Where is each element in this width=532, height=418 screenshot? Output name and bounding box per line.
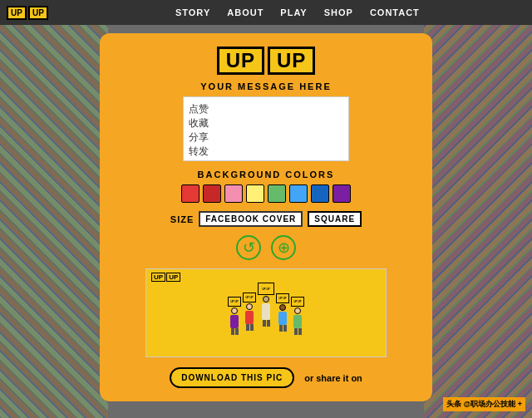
- crowd-figure-5: UP UP: [291, 297, 304, 335]
- fig-leg-3a: [263, 320, 266, 327]
- fig-leg-3b: [267, 320, 270, 327]
- swatch-red[interactable]: [181, 184, 200, 203]
- fig-head-3: [263, 296, 269, 302]
- swatch-purple[interactable]: [332, 184, 351, 203]
- crowd-figure-1: UP UP: [228, 297, 241, 335]
- nav-play[interactable]: PLAY: [280, 7, 307, 17]
- fig-sign-4: UP UP: [276, 293, 289, 303]
- crowd-figure-4: UP UP: [276, 293, 289, 332]
- swatch-light-blue[interactable]: [289, 184, 308, 203]
- crowd-left: [0, 25, 108, 418]
- nav-story[interactable]: STORY: [175, 7, 210, 17]
- download-button[interactable]: DOWNLOAD THIS PIC: [170, 367, 294, 388]
- fig-legs-2: [246, 324, 254, 331]
- fig-leg-2b: [250, 324, 254, 331]
- size-label: SIZE: [170, 214, 194, 224]
- nav-logo-part2: UP: [28, 6, 48, 20]
- preview-box: UP UP UP UP UP UP: [145, 268, 387, 357]
- fig-legs-1: [231, 328, 239, 335]
- swatch-yellow[interactable]: [246, 184, 264, 203]
- fig-body-3: [262, 303, 270, 320]
- bottom-actions: DOWNLOAD THIS PIC or share it on: [170, 367, 362, 388]
- fig-head-5: [294, 307, 301, 314]
- fig-leg-1a: [231, 328, 234, 335]
- nav-links: STORY ABOUT PLAY SHOP CONTACT: [63, 7, 532, 17]
- refresh-icon[interactable]: ↺: [236, 235, 261, 260]
- size-square[interactable]: SQUARE: [308, 211, 362, 227]
- fig-body-1: [230, 315, 239, 328]
- fig-legs-4: [279, 325, 287, 332]
- nav-about[interactable]: ABOUT: [227, 7, 264, 17]
- swatch-green[interactable]: [268, 184, 286, 203]
- preview-crowd: UP UP UP UP: [228, 291, 304, 335]
- fig-leg-4b: [283, 325, 287, 332]
- crowd-figure-3: UP UP: [258, 283, 274, 327]
- nav-logo[interactable]: UP UP: [7, 6, 50, 20]
- fig-body-2: [245, 311, 254, 324]
- navbar: UP UP STORY ABOUT PLAY SHOP CONTACT: [0, 0, 532, 25]
- fig-head-1: [231, 307, 238, 314]
- bg-colors-label: BACKGROUND COLORS: [198, 170, 335, 179]
- size-row: SIZE FACEBOOK COVER SQUARE: [170, 211, 362, 227]
- fig-leg-5b: [298, 328, 302, 335]
- fig-leg-1b: [235, 328, 239, 335]
- preview-logo-part2: UP: [166, 273, 180, 282]
- nav-shop[interactable]: SHOP: [324, 7, 353, 17]
- swatch-dark-red[interactable]: [203, 184, 221, 203]
- fig-legs-5: [294, 328, 302, 335]
- upup-logo-part1: UP: [217, 47, 264, 75]
- watermark: 头条 @职场办公技能 +: [443, 397, 525, 411]
- color-swatches: [181, 184, 351, 203]
- add-icon[interactable]: ⊕: [271, 235, 296, 260]
- preview-inner: UP UP UP UP UP UP: [146, 269, 386, 357]
- preview-logo: UP UP: [151, 273, 180, 282]
- fig-sign-5: UP UP: [291, 297, 304, 307]
- crowd-figure-2: UP UP: [243, 293, 256, 331]
- nav-contact[interactable]: CONTACT: [370, 7, 420, 17]
- share-text: or share it on: [304, 373, 362, 383]
- fig-sign-1: UP UP: [228, 297, 241, 307]
- fig-body-5: [293, 315, 302, 328]
- fig-legs-3: [263, 320, 270, 327]
- fig-head-4: [279, 304, 286, 311]
- nav-logo-part1: UP: [7, 6, 27, 20]
- fig-leg-2a: [246, 324, 249, 331]
- message-label: YOUR MESSAGE HERE: [200, 81, 331, 91]
- size-facebook-cover[interactable]: FACEBOOK COVER: [199, 211, 303, 227]
- action-icons: ↺ ⊕: [236, 235, 296, 260]
- crowd-right: [424, 25, 532, 418]
- preview-logo-part1: UP: [151, 273, 165, 282]
- message-textarea[interactable]: [183, 96, 349, 161]
- fig-leg-5a: [294, 328, 298, 335]
- fig-head-2: [246, 303, 253, 310]
- fig-leg-4a: [279, 325, 283, 332]
- fig-sign-2: UP UP: [243, 293, 256, 302]
- swatch-pink[interactable]: [224, 184, 243, 203]
- upup-logo-part2: UP: [268, 47, 315, 75]
- main-card: UP UP YOUR MESSAGE HERE BACKGROUND COLOR…: [100, 33, 432, 401]
- swatch-blue[interactable]: [311, 184, 329, 203]
- upup-logo: UP UP: [217, 47, 316, 75]
- fig-sign-3: UP UP: [258, 283, 274, 295]
- fig-body-4: [278, 312, 287, 325]
